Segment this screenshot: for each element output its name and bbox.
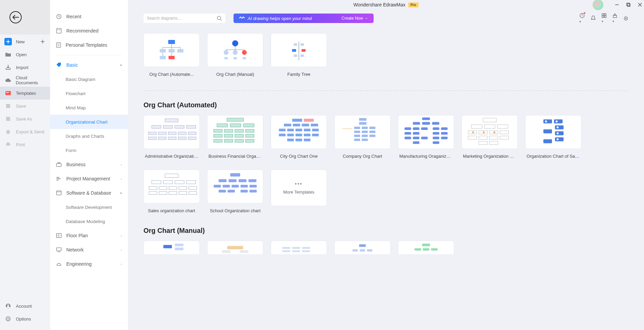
thumb [334,241,391,254]
template-org-chart-auto[interactable]: Org Chart (Automate... [143,33,200,80]
tmpl-manual-5[interactable] [398,241,454,259]
tmpl-org-sale[interactable]: Organization Chart of Sale... [525,115,581,162]
svg-point-162 [557,126,559,128]
svg-rect-37 [177,49,183,52]
clock-icon [56,14,62,19]
svg-rect-101 [295,139,302,141]
sub-organizational-chart[interactable]: Organizational Chart [50,115,128,129]
section2-row: • [143,241,628,259]
nav-print[interactable]: Print [0,138,50,151]
tmpl-manual-3[interactable]: • [271,241,327,259]
cat-project-management[interactable]: Project Management › [50,172,128,186]
svg-rect-85 [304,119,314,122]
svg-rect-124 [441,127,448,130]
svg-rect-18 [57,180,59,180]
cat-recommended[interactable]: Recommended [50,24,128,38]
nav-save[interactable]: Save [0,100,50,112]
svg-rect-148 [479,141,487,145]
more-templates[interactable]: ••• More Templates [271,170,327,217]
tmpl-business-financial[interactable]: Business Financial Organiz... [207,115,263,162]
svg-rect-182 [228,179,237,182]
svg-rect-74 [235,129,243,132]
cat-business[interactable]: Business › [50,157,128,172]
sub-mind-map[interactable]: Mind Map [50,101,128,115]
avatar[interactable] [593,0,603,10]
svg-rect-192 [241,190,248,193]
card-label: Administrative Organizatio... [143,154,200,162]
ai-banner[interactable]: AI drawing helps open your mind Create N… [234,14,374,23]
nav-options[interactable]: Options [0,312,50,325]
bell-icon[interactable] [591,16,596,21]
close-icon[interactable] [638,3,642,7]
svg-rect-65 [168,137,176,140]
sub-database-modeling[interactable]: Database Modeling [50,214,128,228]
add-icon[interactable] [41,40,45,44]
tmpl-manual-1[interactable] [143,241,200,259]
svg-rect-138 [484,125,495,128]
cat-personal-templates[interactable]: Personal Templates [50,38,128,52]
tmpl-sales-org[interactable]: Sales organization chart [143,170,200,217]
maximize-icon[interactable] [626,3,630,7]
minimize-icon[interactable] [615,3,619,7]
tmpl-company-org[interactable]: Company Org Chart [334,115,391,162]
help-icon[interactable]: ? ▾ [579,13,585,24]
svg-rect-190 [219,190,226,193]
svg-rect-198 [222,250,230,253]
nav-account[interactable]: Account [0,300,50,312]
svg-rect-135 [433,141,440,144]
tmpl-admin-org[interactable]: Administrative Organizatio... [143,115,200,162]
sub-form[interactable]: Form [50,143,128,157]
nav-export-send[interactable]: Export & Send [0,125,50,138]
ai-icon [239,16,245,20]
cat-label: Software & Database [66,190,111,196]
svg-point-6 [7,305,9,306]
svg-rect-174 [189,186,197,190]
tmpl-manual-4[interactable] [334,241,391,259]
svg-rect-96 [287,134,294,136]
nav-cloud-documents[interactable]: Cloud Documents [0,74,50,87]
cat-recent[interactable]: Recent [50,9,128,24]
folder-icon [4,51,12,58]
nav-label: Options [16,316,31,322]
cat-floor-plan[interactable]: Floor Plan › [50,228,128,243]
cat-basic[interactable]: Basic ▾ [50,58,128,72]
sub-software-development[interactable]: Software Development [50,200,128,214]
create-now-button[interactable]: Create Now → [341,16,368,21]
back-area [0,0,50,35]
nav-templates[interactable]: Templates [0,87,50,100]
nav-open[interactable]: Open [0,48,50,61]
nav-save-as[interactable]: Save As [0,112,50,125]
card-label: Business Financial Organiz... [207,154,263,162]
sub-flowchart[interactable]: Flowchart [50,86,128,101]
templates-icon [4,89,12,97]
tmpl-manual-2[interactable] [207,241,263,259]
tmpl-school-org[interactable]: School Organization chart [207,170,263,217]
cat-software-database[interactable]: Software & Database ▾ [50,186,128,200]
search-input[interactable]: Search diagrams... [143,14,225,23]
grid-icon[interactable]: ▾ [602,13,606,23]
svg-rect-16 [57,177,59,178]
cat-engineering[interactable]: Engineering › [50,257,128,271]
svg-rect-95 [279,134,286,136]
cloud-icon [4,76,12,84]
nav-new[interactable]: New [0,35,50,48]
tmpl-city-org[interactable]: City Org Chart One [271,115,327,162]
thumb [398,115,454,149]
svg-rect-129 [404,137,411,139]
sub-basic-diagram[interactable]: Basic Diagram [50,72,128,86]
cat-network[interactable]: Network › [50,243,128,257]
tmpl-marketing-org[interactable]: Marketing Organization Ch... [462,115,518,162]
thumb [271,33,327,67]
back-button[interactable] [9,11,22,23]
gift-icon[interactable]: ▾ [613,13,617,23]
svg-rect-181 [219,179,227,182]
sub-graphs-charts[interactable]: Graphs and Charts [50,129,128,143]
gear-icon[interactable] [623,16,628,21]
svg-rect-60 [168,132,176,135]
pro-badge: Pro [408,2,419,7]
cat-label: Business [66,162,86,167]
template-family-tree[interactable]: Family Tree [271,33,327,80]
tmpl-manufacturing-org[interactable]: Manufacturing Oraganizati... [398,115,454,162]
template-org-chart-manual[interactable]: Org Chart (Manual) [207,33,263,80]
nav-import[interactable]: Import [0,61,50,74]
